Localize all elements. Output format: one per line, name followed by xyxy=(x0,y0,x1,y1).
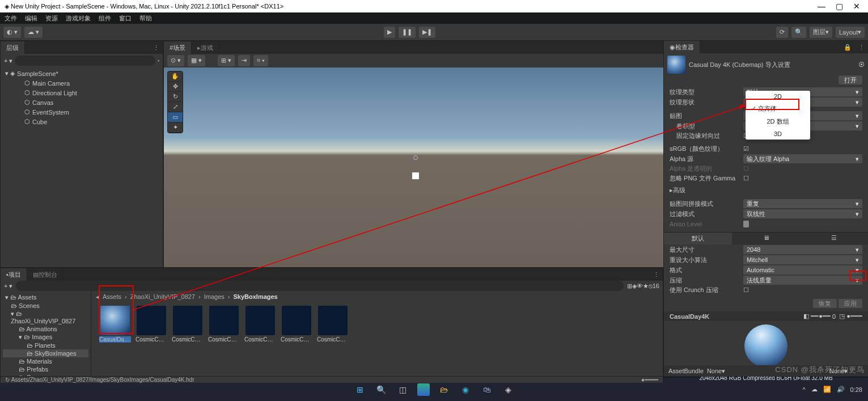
maximize-button[interactable]: ▢ xyxy=(836,2,843,11)
tray-cloud-icon[interactable]: ☁ xyxy=(811,386,818,393)
asset-item[interactable]: CosmicCoo... xyxy=(136,306,167,373)
tab-game[interactable]: ▸ 游戏 xyxy=(192,41,219,54)
filter-icon[interactable]: ⊞ xyxy=(627,282,632,290)
menu-file[interactable]: 文件 xyxy=(5,14,17,23)
start-button[interactable]: ⊞ xyxy=(353,382,367,397)
apply-button[interactable]: 应用 xyxy=(839,299,862,308)
platform-tab-pc[interactable]: 🖥 xyxy=(732,232,800,244)
undo-history-button[interactable]: ⟳ xyxy=(776,27,788,38)
asset-item[interactable]: CosmicCoo... xyxy=(281,306,312,373)
format-dropdown[interactable]: Automatic▾ xyxy=(743,265,862,275)
asset-item[interactable]: CosmicCoo... xyxy=(244,306,276,373)
filter-icon-2[interactable]: ◈ xyxy=(632,282,637,290)
edge-icon[interactable]: ◉ xyxy=(458,382,473,397)
mip-icon[interactable]: ◳ xyxy=(839,313,845,320)
lock-icon[interactable]: 🔒 xyxy=(840,44,855,51)
scale-tool[interactable]: ⤢ xyxy=(168,102,183,112)
dropdown-option[interactable]: 2D xyxy=(746,91,810,102)
snap-settings[interactable]: ⌗ ▾ xyxy=(253,55,268,66)
project-create[interactable]: + ▾ xyxy=(4,282,12,290)
platform-tab-server[interactable]: ☰ xyxy=(800,232,868,244)
exposure-icon[interactable]: ◧ xyxy=(803,313,809,320)
task-view-icon[interactable]: ◫ xyxy=(396,382,410,397)
menu-edit[interactable]: 编辑 xyxy=(25,14,37,23)
menu-gameobject[interactable]: 游戏对象 xyxy=(66,14,91,23)
hierarchy-search[interactable] xyxy=(15,56,155,66)
crunch-checkbox[interactable]: ☐ xyxy=(743,286,749,294)
close-button[interactable]: ✕ xyxy=(853,2,860,11)
tab-console[interactable]: ▤ 控制台 xyxy=(27,268,63,281)
explorer-icon[interactable]: 🗁 xyxy=(437,382,451,397)
cloud-button[interactable]: ☁ ▾ xyxy=(24,27,43,38)
fav-icon[interactable]: ★ xyxy=(643,282,649,290)
advanced-foldout[interactable]: ▸ 高级 xyxy=(664,185,868,195)
ignore-png-checkbox[interactable]: ☐ xyxy=(743,175,749,182)
asset-item[interactable]: CosmicCoo... xyxy=(208,306,240,373)
hierarchy-item[interactable]: ⬡ Canvas xyxy=(2,98,162,107)
asset-item[interactable]: CasualDay... xyxy=(99,306,131,373)
account-button[interactable]: ◐ ▾ xyxy=(3,27,21,38)
scene-root[interactable]: ▾ ◈ SampleScene* xyxy=(2,69,162,78)
breadcrumb[interactable]: ◂ Assets › ZhaoXi_UnityVIP_0827 › Images… xyxy=(91,291,663,302)
step-button[interactable]: ▶❚ xyxy=(419,27,435,38)
asset-item[interactable]: CosmicCoo... xyxy=(172,306,204,373)
create-dropdown[interactable]: + ▾ xyxy=(4,57,12,65)
hierarchy-menu-icon[interactable]: ⋮ xyxy=(150,44,163,52)
help-icon[interactable]: ⦿ xyxy=(858,61,865,68)
filter-mode-dropdown[interactable]: 双线性▾ xyxy=(743,209,862,218)
search-icon[interactable]: 🔍 xyxy=(374,382,389,397)
srgb-checkbox[interactable]: ☑ xyxy=(743,145,749,153)
tray-wifi-icon[interactable]: 📶 xyxy=(823,386,831,393)
resize-algo-dropdown[interactable]: Mitchell▾ xyxy=(743,255,862,264)
tab-project[interactable]: ▪ 项目 xyxy=(1,268,27,281)
tray-time[interactable]: 0:28 xyxy=(850,386,862,393)
rect-tool[interactable]: ▭ xyxy=(168,112,183,123)
unity-icon[interactable]: ◈ xyxy=(501,382,516,397)
project-menu-icon[interactable]: ⋮ xyxy=(650,271,663,278)
visibility-icon[interactable]: 👁 xyxy=(637,282,643,289)
revert-button[interactable]: 恢复 xyxy=(813,299,837,308)
search-button[interactable]: 🔍 xyxy=(791,27,806,38)
snap-inc[interactable]: ⇥ xyxy=(238,55,250,66)
project-tree[interactable]: ▾ 🗁 Assets 🗁 Scenes ▾ 🗁 ZhaoXi_UnityVIP_… xyxy=(1,291,91,376)
inspector-menu-icon[interactable]: ⋮ xyxy=(855,44,868,51)
hierarchy-item[interactable]: ⬡ Directional Light xyxy=(2,88,162,98)
alpha-src-dropdown[interactable]: 输入纹理 Alpha▾ xyxy=(743,154,862,163)
dropdown-option[interactable]: 2D 数组 xyxy=(746,115,810,128)
move-tool[interactable]: ✥ xyxy=(168,82,183,92)
menu-assets[interactable]: 资源 xyxy=(45,14,58,23)
hierarchy-item[interactable]: ⬡ Main Camera xyxy=(2,78,162,88)
asset-item[interactable]: CosmicCoo... xyxy=(317,306,349,373)
max-size-dropdown[interactable]: 2048▾ xyxy=(743,245,862,254)
grid-snap[interactable]: ⊞ ▾ xyxy=(218,55,235,66)
layers-dropdown[interactable]: 图层 ▾ xyxy=(810,27,832,38)
dropdown-option[interactable]: 立方体 xyxy=(746,102,810,115)
tab-scene[interactable]: # 场景 xyxy=(164,41,192,54)
compress-dropdown[interactable]: 法线质量▾ xyxy=(743,276,862,285)
hierarchy-item[interactable]: ⬡ EventSystem xyxy=(2,107,162,117)
menu-window[interactable]: 窗口 xyxy=(119,14,132,23)
menu-help[interactable]: 帮助 xyxy=(139,14,152,23)
view-tool[interactable]: ✋ xyxy=(168,71,183,82)
play-button[interactable]: ▶ xyxy=(384,27,395,38)
tab-hierarchy[interactable]: 层级 xyxy=(1,41,25,54)
tray-chevron-icon[interactable]: ^ xyxy=(802,386,805,393)
slider[interactable]: ●━━━━ xyxy=(641,377,658,383)
store-icon[interactable]: 🛍 xyxy=(480,382,494,397)
tray-volume-icon[interactable]: 🔊 xyxy=(837,386,845,393)
platform-tab-default[interactable]: 默认 xyxy=(664,232,732,244)
wrap-mode-dropdown[interactable]: 重复▾ xyxy=(743,199,862,208)
project-search[interactable] xyxy=(16,281,623,291)
hierarchy-item[interactable]: ⬡ Cube xyxy=(2,117,162,126)
refresh-icon[interactable]: ↻ xyxy=(5,377,10,383)
dropdown-option[interactable]: 3D xyxy=(746,128,810,140)
minimize-button[interactable]: — xyxy=(818,2,825,11)
widgets-icon[interactable] xyxy=(417,383,430,396)
pivot-button[interactable]: ⊙ ▾ xyxy=(167,55,184,66)
transform-tool[interactable]: ✦ xyxy=(168,123,183,133)
menu-component[interactable]: 组件 xyxy=(99,14,111,23)
rotate-tool[interactable]: ↻ xyxy=(168,92,183,102)
draw-mode[interactable]: ▦ ▾ xyxy=(188,55,205,66)
open-button[interactable]: 打开 xyxy=(839,75,862,85)
pause-button[interactable]: ❚❚ xyxy=(399,27,416,38)
